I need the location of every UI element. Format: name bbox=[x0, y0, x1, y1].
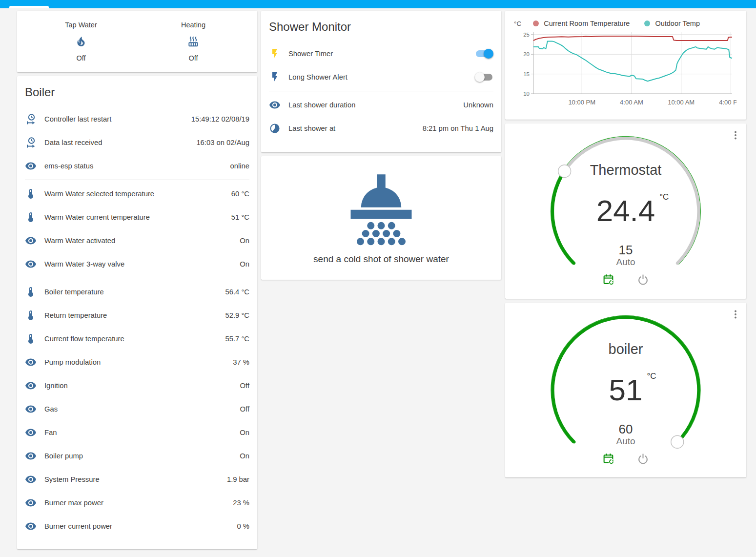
svg-text:10:00 PM: 10:00 PM bbox=[568, 99, 595, 106]
entity-label: Boiler pump bbox=[44, 452, 240, 460]
switch-item-tap-water[interactable]: Tap WaterOff bbox=[25, 21, 137, 62]
entity-row[interactable]: System Pressure1.9 bar bbox=[25, 468, 249, 491]
entity-value: 51 °C bbox=[231, 213, 249, 221]
switch-label: Heating bbox=[181, 21, 205, 29]
calendar-sync-icon[interactable] bbox=[602, 273, 614, 286]
entity-label: System Pressure bbox=[44, 475, 227, 483]
toggle-switch[interactable] bbox=[475, 72, 493, 82]
operation-mode: Auto bbox=[616, 436, 635, 447]
entity-value: On bbox=[240, 237, 249, 245]
entity-row[interactable]: Current flow temperature55.7 °C bbox=[25, 327, 249, 351]
svg-text:10:00 AM: 10:00 AM bbox=[668, 99, 695, 106]
entity-row[interactable]: Warm Water current temperature51 °C bbox=[25, 206, 249, 229]
entity-row[interactable]: Data last received16:03 on 02/Aug bbox=[25, 131, 249, 154]
temperature-chart-card: °C Current Room TemperatureOutdoor Temp … bbox=[505, 11, 746, 120]
entity-value: 23 % bbox=[233, 499, 249, 507]
entity-value: 56.4 °C bbox=[225, 288, 249, 296]
flash-icon bbox=[269, 71, 281, 83]
toggle-row: Shower Timer bbox=[269, 42, 493, 65]
entity-row[interactable]: Burner max power23 % bbox=[25, 491, 249, 515]
entity-row[interactable]: Boiler pumpOn bbox=[25, 444, 249, 468]
legend-label: Outdoor Temp bbox=[655, 20, 700, 27]
entity-row[interactable]: Last shower at8:21 pm on Thu 1 Aug bbox=[269, 117, 493, 140]
card-title: Shower Monitor bbox=[269, 19, 493, 35]
eye-icon bbox=[25, 160, 37, 172]
boiler-entities-card: Boiler Controller last restart15:49:12 0… bbox=[17, 76, 257, 549]
entity-row[interactable]: Boiler temperature56.4 °C bbox=[25, 280, 249, 304]
entity-label: Gas bbox=[44, 405, 240, 413]
temperature-unit: °C bbox=[647, 372, 656, 381]
eye-icon bbox=[25, 450, 37, 462]
eye-icon bbox=[25, 235, 37, 247]
entity-value: 0 % bbox=[237, 522, 250, 530]
target-temperature: 60 bbox=[619, 422, 633, 436]
entity-value: 15:49:12 02/08/19 bbox=[191, 115, 249, 123]
entity-value: Off bbox=[240, 405, 249, 413]
card-title: Boiler bbox=[25, 84, 249, 101]
entity-rows: Shower TimerLong Shower AlertLast shower… bbox=[269, 42, 493, 140]
switches-card: Tap WaterOffHeatingOff bbox=[17, 11, 257, 72]
thermometer-icon bbox=[25, 286, 37, 298]
entity-row[interactable]: Controller last restart15:49:12 02/08/19 bbox=[25, 107, 249, 131]
switch-item-heating[interactable]: HeatingOff bbox=[137, 21, 249, 62]
power-icon[interactable] bbox=[637, 453, 649, 465]
section-divider bbox=[269, 91, 493, 91]
current-temperature: 24.4°C bbox=[596, 195, 655, 227]
eye-icon bbox=[25, 380, 37, 392]
shower-head-icon bbox=[345, 172, 418, 249]
entity-value: 37 % bbox=[233, 358, 249, 366]
calendar-sync-icon[interactable] bbox=[602, 453, 614, 465]
left-column: Tap WaterOffHeatingOff Boiler Controller… bbox=[17, 11, 257, 549]
switch-state: Off bbox=[188, 54, 198, 62]
chart-legend: °C Current Room TemperatureOutdoor Temp bbox=[514, 20, 737, 27]
entity-row[interactable]: Pump modulation37 % bbox=[25, 351, 249, 374]
temperature-unit: °C bbox=[659, 193, 669, 202]
legend-label: Current Room Temperature bbox=[544, 20, 630, 27]
entity-row[interactable]: Warm Water activatedOn bbox=[25, 229, 249, 252]
clock-start-icon bbox=[25, 137, 37, 148]
hvac-mode: Auto bbox=[616, 257, 635, 268]
eye-icon bbox=[25, 520, 37, 532]
boiler-dial-card: boiler 51°C 60 Auto bbox=[505, 303, 746, 477]
fire-icon bbox=[75, 35, 87, 48]
eye-icon bbox=[269, 99, 281, 111]
entity-label: Ignition bbox=[44, 382, 240, 390]
dial-title: Thermostat bbox=[590, 162, 662, 178]
entity-value: 60 °C bbox=[231, 190, 249, 198]
eye-icon bbox=[25, 427, 37, 438]
svg-text:4:00 AM: 4:00 AM bbox=[620, 99, 643, 106]
thermometer-icon bbox=[25, 211, 37, 223]
thermometer-icon bbox=[25, 188, 37, 200]
entity-label: Warm Water current temperature bbox=[44, 213, 231, 221]
entity-row[interactable]: Last shower durationUnknown bbox=[269, 93, 493, 117]
entity-value: 1.9 bar bbox=[227, 475, 249, 483]
power-icon[interactable] bbox=[637, 273, 649, 286]
svg-text:10: 10 bbox=[523, 91, 530, 97]
entity-row[interactable]: Burner current power0 % bbox=[25, 515, 249, 538]
thermometer-icon bbox=[25, 309, 37, 321]
thermostat-card: Thermostat 24.4°C 15 Auto bbox=[505, 124, 746, 299]
clock-start-icon bbox=[25, 113, 37, 125]
entity-row[interactable]: ems-esp statusonline bbox=[25, 154, 249, 178]
legend-item: Outdoor Temp bbox=[644, 20, 700, 27]
entity-row[interactable]: Return temperature52.9 °C bbox=[25, 304, 249, 327]
entity-label: Last shower duration bbox=[288, 101, 463, 109]
toggle-row: Long Shower Alert bbox=[269, 65, 493, 89]
entity-value: 55.7 °C bbox=[225, 335, 249, 343]
radiator-icon bbox=[187, 35, 200, 48]
entity-value: On bbox=[240, 429, 249, 436]
shower-button-caption: send a cold shot of shower water bbox=[313, 254, 449, 265]
shower-button-card[interactable]: send a cold shot of shower water bbox=[261, 156, 501, 280]
entity-row[interactable]: Warm Water 3-way valveOn bbox=[25, 252, 249, 276]
active-tab-indicator[interactable] bbox=[9, 6, 49, 8]
entity-row[interactable]: Warm Water selected temperature60 °C bbox=[25, 182, 249, 206]
toggle-switch[interactable] bbox=[475, 49, 493, 59]
switch-state: Off bbox=[76, 54, 85, 62]
entity-label: Warm Water activated bbox=[44, 237, 240, 245]
entity-row[interactable]: GasOff bbox=[25, 397, 249, 421]
entity-row[interactable]: IgnitionOff bbox=[25, 374, 249, 397]
entity-value: online bbox=[230, 162, 250, 170]
right-column: °C Current Room TemperatureOutdoor Temp … bbox=[505, 11, 746, 477]
legend-item: Current Room Temperature bbox=[533, 20, 630, 27]
entity-row[interactable]: FanOn bbox=[25, 421, 249, 444]
